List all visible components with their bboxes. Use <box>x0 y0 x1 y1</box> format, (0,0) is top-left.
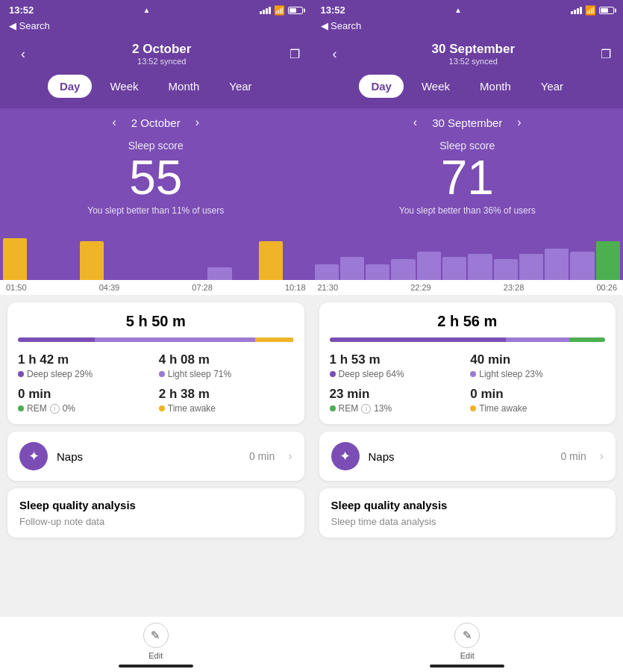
sleep-score-label: Sleep score <box>312 140 624 152</box>
dot-icon <box>159 371 165 377</box>
stat-label: Deep sleep 64% <box>330 369 465 379</box>
chart-bar <box>494 259 518 280</box>
dot-icon <box>470 371 476 377</box>
chart-bar <box>105 264 129 280</box>
tab-week[interactable]: Week <box>410 75 462 98</box>
tab-month[interactable]: Month <box>157 75 212 98</box>
quality-title: Sleep quality analysis <box>19 499 292 511</box>
chart-bar <box>259 241 283 281</box>
time-label: 10:18 <box>285 283 306 292</box>
signal-icon <box>571 7 582 14</box>
tab-bar: DayWeekMonthYear <box>0 75 312 108</box>
share-button[interactable]: ❐ <box>289 47 300 61</box>
chart-bar <box>391 259 415 280</box>
back-button[interactable]: ‹ <box>12 46 34 62</box>
header-sync: 13:52 synced <box>34 57 289 66</box>
chart-bar <box>366 264 389 280</box>
stat-label: Deep sleep 29% <box>18 369 153 379</box>
stat-value: 0 min <box>470 387 605 402</box>
chart-bar <box>234 254 257 280</box>
quality-card: Sleep quality analysis Sleep time data a… <box>319 488 616 538</box>
time-label: 22:29 <box>410 283 431 292</box>
edit-button[interactable]: ✎ <box>454 623 480 648</box>
header: ‹ 2 October 13:52 synced ❐ <box>0 36 312 75</box>
chart-bar <box>54 262 78 281</box>
stat-label: Light sleep 71% <box>159 369 294 379</box>
signal-icon <box>260 7 271 14</box>
info-icon[interactable]: i <box>50 404 60 414</box>
chart-bar <box>570 252 594 281</box>
stat-item: 0 minTime awake <box>470 387 605 414</box>
sleep-score-section: Sleep score 71 You slept better than 36%… <box>312 137 624 228</box>
stat-label: Light sleep 23% <box>470 369 605 379</box>
chart-bar <box>315 264 339 280</box>
tab-day[interactable]: Day <box>48 75 93 98</box>
stat-value: 1 h 42 m <box>18 352 153 367</box>
time-label: 00:26 <box>596 283 617 292</box>
time-label: 21:30 <box>318 283 339 292</box>
share-button[interactable]: ❐ <box>601 47 611 61</box>
stat-value: 23 min <box>330 387 465 402</box>
naps-label: Naps <box>369 450 552 463</box>
naps-icon: ✦ <box>331 442 360 470</box>
chart-bar <box>131 270 154 280</box>
stat-item: 4 h 08 mLight sleep 71% <box>159 352 294 379</box>
sleep-bar-segment <box>255 337 294 342</box>
sleep-chart <box>0 228 312 280</box>
date-navigator: ‹ 30 September › <box>312 108 624 137</box>
home-indicator <box>119 665 193 668</box>
naps-card[interactable]: ✦ Naps 0 min › <box>7 432 304 481</box>
status-bar: 13:52 ▲ 📶 <box>312 0 624 19</box>
dot-icon <box>330 405 336 411</box>
stat-value: 4 h 08 m <box>159 352 294 367</box>
date-navigator: ‹ 2 October › <box>0 108 312 137</box>
tab-day[interactable]: Day <box>359 75 404 98</box>
edit-label: Edit <box>148 651 163 660</box>
sleep-bar-segment <box>569 337 605 342</box>
chart-bar <box>80 241 104 281</box>
quality-card: Sleep quality analysis Follow-up note da… <box>7 488 304 538</box>
back-button[interactable]: ‹ <box>324 46 346 62</box>
chart-bar <box>417 252 441 281</box>
naps-card[interactable]: ✦ Naps 0 min › <box>319 432 616 481</box>
chart-bar <box>519 254 543 280</box>
next-date-button[interactable]: › <box>517 116 521 129</box>
prev-date-button[interactable]: ‹ <box>112 116 116 129</box>
sleep-chart <box>312 228 624 280</box>
current-date: 30 September <box>432 116 502 129</box>
stat-value: 0 min <box>18 387 153 402</box>
quality-subtitle: Follow-up note data <box>19 516 292 527</box>
location-icon: ▲ <box>454 6 462 14</box>
time-labels: 21:3022:2923:2800:26 <box>312 280 624 295</box>
tab-year[interactable]: Year <box>217 75 263 98</box>
chart-bar <box>28 259 52 280</box>
sleep-score-section: Sleep score 55 You slept better than 11%… <box>0 137 312 228</box>
quality-title: Sleep quality analysis <box>331 499 604 511</box>
naps-chevron-icon: › <box>288 449 292 463</box>
chart-bar <box>596 241 620 281</box>
panel-right: 13:52 ▲ 📶 ◀ Search ‹ 30 September 13:52 … <box>312 0 624 672</box>
chart-bar <box>545 249 569 280</box>
info-icon[interactable]: i <box>361 404 371 414</box>
status-bar: 13:52 ▲ 📶 <box>0 0 312 19</box>
search-back-button[interactable]: ◀ Search <box>0 19 312 36</box>
search-back-button[interactable]: ◀ Search <box>312 19 624 36</box>
stat-label: REMi 0% <box>18 403 153 414</box>
sleep-bar-segment <box>330 337 506 342</box>
tab-year[interactable]: Year <box>529 75 575 98</box>
chart-bar <box>468 254 492 280</box>
sleep-duration: 5 h 50 m <box>18 313 294 330</box>
next-date-button[interactable]: › <box>195 116 199 129</box>
status-time: 13:52 <box>321 4 345 16</box>
edit-button[interactable]: ✎ <box>143 623 169 648</box>
sleep-duration-card: 5 h 50 m1 h 42 mDeep sleep 29%4 h 08 mLi… <box>7 302 304 424</box>
sleep-score-subtitle: You slept better than 11% of users <box>0 204 312 220</box>
dot-icon <box>18 371 24 377</box>
tab-bar: DayWeekMonthYear <box>312 75 624 108</box>
header-sync: 13:52 synced <box>346 57 601 66</box>
tab-month[interactable]: Month <box>468 75 523 98</box>
sleep-stats-grid: 1 h 53 mDeep sleep 64%40 minLight sleep … <box>330 352 606 414</box>
dot-icon <box>330 371 336 377</box>
prev-date-button[interactable]: ‹ <box>413 116 417 129</box>
tab-week[interactable]: Week <box>98 75 150 98</box>
